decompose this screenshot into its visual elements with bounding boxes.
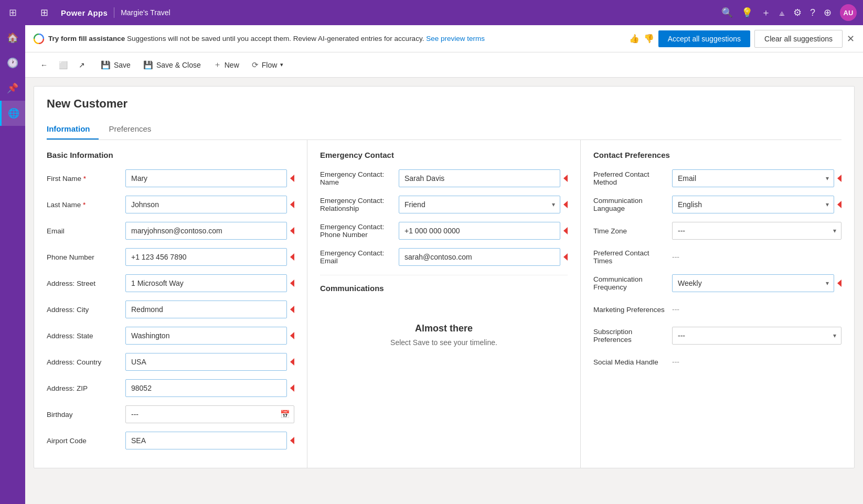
email-wrapper bbox=[125, 222, 294, 240]
city-row: Address: City bbox=[47, 300, 294, 319]
sidebar-icon-home[interactable]: 🏠 bbox=[0, 25, 25, 50]
pref-contact-times-row: Preferred Contact Times --- bbox=[593, 248, 841, 266]
save-btn[interactable]: 💾 Save bbox=[94, 57, 137, 73]
marketing-pref-label: Marketing Preferences bbox=[593, 306, 672, 314]
airport-label: Airport Code bbox=[47, 437, 125, 445]
user-icon[interactable]: ⊕ bbox=[824, 7, 832, 18]
first-name-input[interactable] bbox=[125, 169, 287, 187]
tab-information[interactable]: Information bbox=[47, 119, 99, 140]
pref-contact-method-wrapper: Email Phone SMS bbox=[672, 169, 841, 187]
state-input[interactable] bbox=[125, 327, 287, 345]
new-btn[interactable]: ＋ New bbox=[207, 57, 246, 73]
pref-contact-method-arrow bbox=[837, 175, 841, 182]
first-name-arrow bbox=[290, 175, 294, 182]
preview-terms-link[interactable]: See preview terms bbox=[426, 35, 485, 42]
save-label: Save bbox=[114, 61, 131, 69]
thumbs-down-btn[interactable]: 👎 bbox=[644, 34, 654, 44]
close-icon[interactable]: ✕ bbox=[847, 33, 855, 45]
clear-all-btn[interactable]: Clear all suggestions bbox=[754, 30, 843, 48]
timezone-label: Time Zone bbox=[593, 227, 672, 235]
sidebar-icon-grid[interactable]: ⊞ bbox=[0, 0, 25, 25]
last-name-arrow bbox=[290, 201, 294, 208]
thumbs-up-btn[interactable]: 👍 bbox=[629, 34, 640, 44]
search-icon[interactable]: 🔍 bbox=[721, 7, 733, 18]
comm-lang-select[interactable]: English Spanish French bbox=[672, 196, 834, 213]
birthday-label: Birthday bbox=[47, 411, 125, 419]
birthday-input[interactable] bbox=[125, 405, 294, 423]
plus-icon[interactable]: ＋ bbox=[761, 6, 771, 19]
basic-info-title: Basic Information bbox=[47, 151, 294, 159]
comm-lang-wrapper: English Spanish French bbox=[672, 196, 841, 213]
first-name-label: First Name bbox=[47, 175, 125, 183]
social-media-wrapper: --- bbox=[672, 358, 841, 366]
ec-relationship-wrapper: Friend Spouse Parent Sibling bbox=[399, 196, 568, 213]
topbar-divider bbox=[114, 7, 114, 18]
avatar[interactable]: AU bbox=[840, 4, 857, 21]
sidebar-icon-clock[interactable]: 🕐 bbox=[0, 50, 25, 76]
country-input[interactable] bbox=[125, 353, 287, 371]
forward-btn[interactable]: ↗ bbox=[73, 57, 90, 73]
ec-phone-input[interactable] bbox=[399, 222, 560, 240]
city-input[interactable] bbox=[125, 301, 287, 318]
comm-freq-select-wrapper: Weekly Daily Monthly bbox=[672, 274, 834, 292]
restore-btn[interactable]: ⬜ bbox=[55, 57, 71, 73]
state-label: Address: State bbox=[47, 332, 125, 340]
city-arrow bbox=[290, 306, 294, 313]
marketing-pref-row: Marketing Preferences --- bbox=[593, 300, 841, 319]
ai-icon bbox=[34, 34, 44, 44]
subscription-pref-select[interactable]: --- bbox=[672, 327, 841, 345]
filter-icon[interactable]: ⟁ bbox=[779, 7, 785, 18]
topbar-grid-icon[interactable]: ⊞ bbox=[31, 0, 57, 25]
ec-email-input[interactable] bbox=[399, 248, 560, 266]
flow-chevron-icon: ▾ bbox=[280, 61, 283, 68]
timezone-select[interactable]: --- bbox=[672, 222, 841, 240]
back-btn[interactable]: ← bbox=[36, 57, 52, 73]
pref-contact-method-row: Preferred Contact Method Email Phone SMS bbox=[593, 169, 841, 188]
topbar-right: 🔍 💡 ＋ ⟁ ⚙ ? ⊕ AU bbox=[721, 4, 857, 21]
sidebar-icon-globe[interactable]: 🌐 bbox=[0, 101, 25, 126]
save-close-btn[interactable]: 💾 Save & Close bbox=[137, 57, 207, 73]
ec-relationship-select-wrapper: Friend Spouse Parent Sibling bbox=[399, 196, 560, 213]
airport-input[interactable] bbox=[125, 432, 287, 449]
comm-freq-select[interactable]: Weekly Daily Monthly bbox=[672, 274, 834, 292]
form-title: New Customer bbox=[47, 97, 841, 111]
flow-btn[interactable]: ⟳ Flow ▾ bbox=[246, 57, 290, 73]
ec-name-input[interactable] bbox=[399, 169, 560, 187]
settings-icon[interactable]: ⚙ bbox=[793, 7, 802, 18]
subscription-pref-row: Subscription Preferences --- bbox=[593, 326, 841, 345]
suggestion-body: Suggestions will not be saved until you … bbox=[127, 35, 424, 42]
last-name-input[interactable] bbox=[125, 196, 287, 213]
pref-contact-method-select-wrapper: Email Phone SMS bbox=[672, 169, 834, 187]
subscription-pref-select-wrapper: --- bbox=[672, 327, 841, 345]
ec-name-arrow bbox=[563, 175, 568, 182]
tab-preferences[interactable]: Preferences bbox=[109, 119, 160, 140]
lightbulb-icon[interactable]: 💡 bbox=[741, 7, 753, 18]
timezone-row: Time Zone --- bbox=[593, 221, 841, 240]
phone-input[interactable] bbox=[125, 248, 287, 266]
panels-row: Basic Information First Name Last Name bbox=[34, 140, 854, 468]
street-input[interactable] bbox=[125, 274, 287, 292]
city-wrapper bbox=[125, 301, 294, 318]
pref-contact-times-value: --- bbox=[672, 253, 679, 261]
comm-freq-row: Communication Frequency Weekly Daily Mon… bbox=[593, 274, 841, 293]
country-label: Address: Country bbox=[47, 358, 125, 366]
comm-freq-label: Communication Frequency bbox=[593, 275, 672, 291]
ec-relationship-select[interactable]: Friend Spouse Parent Sibling bbox=[399, 196, 560, 213]
suggestion-actions: 👍 👎 Accept all suggestions Clear all sug… bbox=[629, 30, 855, 48]
ec-email-label: Emergency Contact: Email bbox=[320, 249, 399, 265]
sidebar: ⊞ 🏠 🕐 📌 🌐 bbox=[0, 0, 25, 504]
pref-contact-method-select[interactable]: Email Phone SMS bbox=[672, 169, 834, 187]
phone-arrow bbox=[290, 253, 294, 261]
flow-icon: ⟳ bbox=[252, 60, 259, 70]
zip-input[interactable] bbox=[125, 379, 287, 397]
ec-relationship-row: Emergency Contact: Relationship Friend S… bbox=[320, 195, 568, 214]
timezone-select-wrapper: --- bbox=[672, 222, 841, 240]
street-wrapper bbox=[125, 274, 294, 292]
sidebar-icon-pin[interactable]: 📌 bbox=[0, 76, 25, 101]
accept-all-btn[interactable]: Accept all suggestions bbox=[658, 30, 750, 47]
zip-wrapper bbox=[125, 379, 294, 397]
timezone-wrapper: --- bbox=[672, 222, 841, 240]
help-icon[interactable]: ? bbox=[810, 7, 815, 18]
app-name: Power Apps bbox=[61, 8, 108, 17]
email-input[interactable] bbox=[125, 222, 287, 240]
